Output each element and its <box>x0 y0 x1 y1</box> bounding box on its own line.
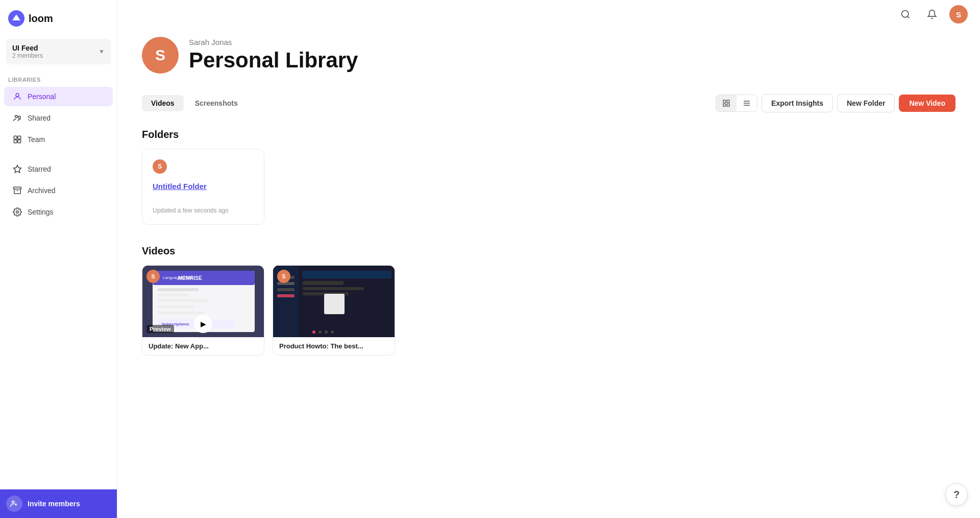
personal-icon <box>12 91 22 102</box>
folders-section: Folders S Untitled Folder Updated a few … <box>142 129 955 225</box>
svg-rect-41 <box>303 281 344 285</box>
grid-view-button[interactable] <box>716 95 737 111</box>
sidebar-item-starred-label: Starred <box>28 165 51 173</box>
list-view-button[interactable] <box>737 95 757 111</box>
folder-updated: Updated a few seconds ago <box>153 207 254 214</box>
videos-section: Videos MEMRISE Languages Fast <box>142 245 955 356</box>
folder-card-avatar: S <box>153 159 167 174</box>
user-avatar[interactable]: S <box>949 5 968 23</box>
svg-rect-16 <box>723 104 726 106</box>
export-insights-button[interactable]: Export Insights <box>762 94 833 112</box>
shared-icon <box>12 113 22 123</box>
folder-card[interactable]: S Untitled Folder Updated a few seconds … <box>142 149 264 225</box>
svg-rect-40 <box>303 271 391 278</box>
svg-point-46 <box>318 331 322 334</box>
tabs: Videos Screenshots <box>142 95 247 111</box>
svg-point-47 <box>325 331 328 334</box>
folders-section-title: Folders <box>142 129 955 140</box>
profile-title: Personal Library <box>189 49 358 72</box>
sidebar-item-settings-label: Settings <box>28 208 54 216</box>
sidebar-item-archived-label: Archived <box>28 186 55 195</box>
profile-name: Sarah Jonas <box>189 38 358 46</box>
svg-rect-44 <box>324 294 345 314</box>
help-button[interactable]: ? <box>945 483 968 506</box>
archive-icon <box>12 185 22 196</box>
view-toggle <box>716 95 757 112</box>
video-title-2: Product Howto: The best... <box>279 342 388 350</box>
chevron-down-icon: ▼ <box>99 48 105 55</box>
folders-grid: S Untitled Folder Updated a few seconds … <box>142 149 955 225</box>
video-thumbnail-2: S <box>273 266 395 337</box>
svg-point-11 <box>16 211 19 214</box>
svg-rect-28 <box>158 299 209 302</box>
tab-videos[interactable]: Videos <box>142 95 184 111</box>
video-thumbnail-1: MEMRISE Languages Fast Subscriptions <box>142 266 264 337</box>
folder-name: Untitled Folder <box>153 182 254 191</box>
notifications-button[interactable] <box>923 5 941 23</box>
svg-rect-17 <box>727 104 729 106</box>
sidebar-item-personal-label: Personal <box>28 92 56 101</box>
svg-rect-30 <box>158 312 204 314</box>
sidebar-item-shared[interactable]: Shared <box>4 108 113 128</box>
svg-rect-15 <box>727 100 729 103</box>
page-content: S Sarah Jonas Personal Library Videos Sc… <box>117 0 980 401</box>
svg-rect-5 <box>14 136 17 139</box>
svg-rect-7 <box>14 140 17 143</box>
sidebar-item-team[interactable]: Team <box>4 130 113 149</box>
video-card[interactable]: MEMRISE Languages Fast Subscriptions <box>142 265 264 356</box>
profile-info: Sarah Jonas Personal Library <box>189 38 358 72</box>
svg-point-48 <box>331 331 334 334</box>
workspace-info: UI Feed 2 members <box>12 44 43 59</box>
search-button[interactable] <box>896 5 915 23</box>
workspace-members: 2 members <box>12 52 43 59</box>
star-icon <box>12 164 22 174</box>
svg-text:Languages Fast: Languages Fast <box>163 275 192 280</box>
new-video-button[interactable]: New Video <box>899 95 955 112</box>
logo-area: loom <box>0 0 117 35</box>
svg-point-2 <box>16 93 19 97</box>
svg-rect-8 <box>18 140 21 143</box>
libraries-label: Libraries <box>0 68 117 86</box>
actions-bar: Export Insights New Folder New Video <box>716 94 955 112</box>
team-icon <box>12 134 22 145</box>
sidebar: loom UI Feed 2 members ▼ Libraries Perso… <box>0 0 117 518</box>
video-title-1: Update: New App... <box>149 342 258 350</box>
workspace-selector[interactable]: UI Feed 2 members ▼ <box>6 39 111 64</box>
svg-rect-38 <box>277 288 295 291</box>
svg-point-1 <box>14 16 18 20</box>
svg-point-4 <box>18 116 21 119</box>
preview-label-1: Preview <box>146 325 174 333</box>
profile-avatar: S <box>142 37 179 74</box>
videos-grid: MEMRISE Languages Fast Subscriptions <box>142 265 955 356</box>
sidebar-item-team-label: Team <box>28 135 45 144</box>
sidebar-item-archived[interactable]: Archived <box>4 181 113 200</box>
sidebar-item-starred[interactable]: Starred <box>4 159 113 179</box>
tab-screenshots[interactable]: Screenshots <box>186 95 247 111</box>
loom-logo-icon <box>8 10 24 27</box>
video-card-2[interactable]: S Product Howto: The best... <box>273 265 395 356</box>
logo-text: loom <box>29 13 53 25</box>
svg-rect-29 <box>158 305 193 308</box>
tabs-bar: Videos Screenshots Export Insights New F… <box>142 94 955 112</box>
profile-header: S Sarah Jonas Personal Library <box>142 37 955 74</box>
main-content: S S Sarah Jonas Personal Library Videos … <box>117 0 980 518</box>
svg-point-12 <box>12 501 15 504</box>
video-card-info-2: Product Howto: The best... <box>273 337 395 355</box>
svg-rect-42 <box>303 287 364 290</box>
videos-section-title: Videos <box>142 245 955 257</box>
play-button-1: ▶ <box>194 315 212 333</box>
sidebar-item-settings[interactable]: Settings <box>4 202 113 222</box>
new-folder-button[interactable]: New Folder <box>837 94 895 112</box>
invite-members-button[interactable]: Invite members <box>0 489 117 518</box>
settings-icon <box>12 207 22 217</box>
topbar: S <box>117 0 980 29</box>
svg-point-13 <box>902 11 909 17</box>
svg-marker-9 <box>14 166 21 173</box>
svg-rect-10 <box>14 187 21 189</box>
svg-rect-39 <box>277 294 295 297</box>
sidebar-item-personal[interactable]: Personal <box>4 87 113 106</box>
invite-icon <box>6 496 22 512</box>
svg-point-45 <box>312 331 315 334</box>
svg-point-3 <box>15 115 18 118</box>
invite-label: Invite members <box>28 500 80 508</box>
